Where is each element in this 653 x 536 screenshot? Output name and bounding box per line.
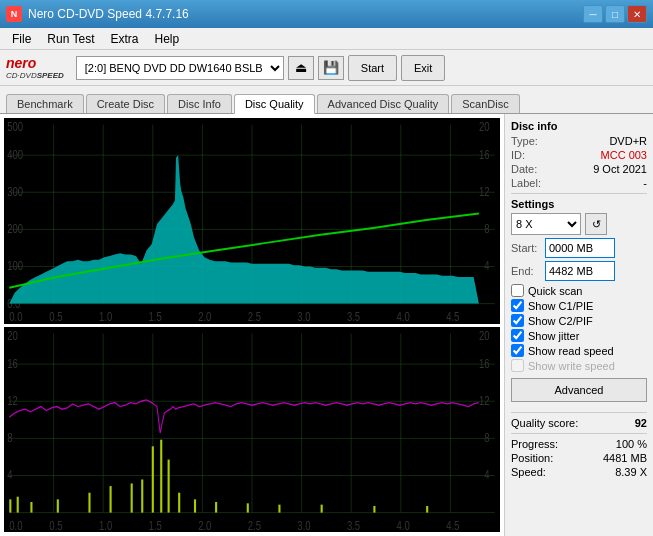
type-value: DVD+R	[609, 135, 647, 147]
disc-info-title: Disc info	[511, 120, 647, 132]
tab-scandisc[interactable]: ScanDisc	[451, 94, 519, 113]
menu-run-test[interactable]: Run Test	[39, 30, 102, 48]
top-chart: 500 400 300 200 100 0.0 20 16 12 8 4 0.0…	[4, 118, 500, 324]
svg-text:4: 4	[484, 468, 489, 481]
svg-rect-84	[194, 499, 196, 512]
svg-text:16: 16	[479, 357, 490, 370]
drive-select[interactable]: [2:0] BENQ DVD DD DW1640 BSLB	[76, 56, 284, 80]
tab-disc-quality[interactable]: Disc Quality	[234, 94, 315, 114]
speed-label: Speed:	[511, 466, 546, 478]
svg-text:20: 20	[479, 329, 490, 342]
show-read-speed-checkbox[interactable]	[511, 344, 524, 357]
show-read-speed-row: Show read speed	[511, 344, 647, 357]
svg-rect-88	[321, 504, 323, 512]
tab-benchmark[interactable]: Benchmark	[6, 94, 84, 113]
show-c2pif-checkbox[interactable]	[511, 314, 524, 327]
refresh-button[interactable]: ↺	[585, 213, 607, 235]
end-label: End:	[511, 265, 541, 277]
svg-text:2.0: 2.0	[198, 310, 211, 323]
svg-text:1.5: 1.5	[149, 310, 162, 323]
svg-text:8: 8	[484, 222, 489, 235]
show-c1pie-checkbox[interactable]	[511, 299, 524, 312]
menu-extra[interactable]: Extra	[102, 30, 146, 48]
minimize-button[interactable]: ─	[583, 5, 603, 23]
speed-row-2: Speed: 8.39 X	[511, 466, 647, 478]
type-label: Type:	[511, 135, 538, 147]
start-button[interactable]: Start	[348, 55, 397, 81]
position-row: Position: 4481 MB	[511, 452, 647, 464]
show-c1pie-label: Show C1/PIE	[528, 300, 593, 312]
quick-scan-row: Quick scan	[511, 284, 647, 297]
svg-rect-90	[426, 505, 428, 512]
main-content: 500 400 300 200 100 0.0 20 16 12 8 4 0.0…	[0, 114, 653, 536]
quick-scan-label: Quick scan	[528, 285, 582, 297]
disc-date-row: Date: 9 Oct 2021	[511, 163, 647, 175]
maximize-button[interactable]: □	[605, 5, 625, 23]
svg-text:300: 300	[7, 185, 23, 198]
progress-row: Progress: 100 %	[511, 438, 647, 450]
svg-text:2.0: 2.0	[198, 518, 211, 531]
speed-select[interactable]: 8 X	[511, 213, 581, 235]
menu-help[interactable]: Help	[147, 30, 188, 48]
end-input[interactable]	[545, 261, 615, 281]
titlebar-title: Nero CD-DVD Speed 4.7.7.16	[28, 7, 189, 21]
svg-rect-75	[57, 499, 59, 512]
divider-3	[511, 433, 647, 434]
svg-text:1.5: 1.5	[149, 518, 162, 531]
show-jitter-checkbox[interactable]	[511, 329, 524, 342]
chart-panel: 500 400 300 200 100 0.0 20 16 12 8 4 0.0…	[0, 114, 505, 536]
exit-button[interactable]: Exit	[401, 55, 445, 81]
show-c1pie-row: Show C1/PIE	[511, 299, 647, 312]
tab-disc-info[interactable]: Disc Info	[167, 94, 232, 113]
svg-text:4: 4	[7, 468, 12, 481]
nero-logo: nero CD·DVDSPEED	[6, 55, 64, 80]
svg-text:2.5: 2.5	[248, 518, 261, 531]
svg-text:8: 8	[7, 431, 12, 444]
svg-text:12: 12	[479, 394, 490, 407]
settings-title: Settings	[511, 198, 647, 210]
svg-rect-87	[278, 504, 280, 512]
progress-label: Progress:	[511, 438, 558, 450]
svg-rect-76	[88, 492, 90, 512]
bottom-chart: 20 16 12 8 4 20 16 12 8 4 0.0 0.5 1.0 1.…	[4, 327, 500, 533]
svg-text:4.5: 4.5	[446, 518, 459, 531]
titlebar: N Nero CD-DVD Speed 4.7.7.16 ─ □ ✕	[0, 0, 653, 28]
quick-scan-checkbox[interactable]	[511, 284, 524, 297]
svg-text:100: 100	[7, 259, 23, 272]
menubar: File Run Test Extra Help	[0, 28, 653, 50]
titlebar-title-group: N Nero CD-DVD Speed 4.7.7.16	[6, 6, 189, 22]
show-write-speed-row: Show write speed	[511, 359, 647, 372]
svg-rect-86	[247, 503, 249, 512]
svg-text:400: 400	[7, 148, 23, 161]
date-value: 9 Oct 2021	[593, 163, 647, 175]
svg-rect-89	[373, 505, 375, 512]
svg-text:4.0: 4.0	[397, 310, 410, 323]
svg-text:12: 12	[7, 394, 18, 407]
tab-advanced-disc-quality[interactable]: Advanced Disc Quality	[317, 94, 450, 113]
svg-text:3.5: 3.5	[347, 310, 360, 323]
date-label: Date:	[511, 163, 537, 175]
start-input[interactable]	[545, 238, 615, 258]
toolbar: nero CD·DVDSPEED [2:0] BENQ DVD DD DW164…	[0, 50, 653, 86]
svg-text:16: 16	[7, 357, 18, 370]
disc-type-row: Type: DVD+R	[511, 135, 647, 147]
speed-row: 8 X ↺	[511, 213, 647, 235]
menu-file[interactable]: File	[4, 30, 39, 48]
disc-id-row: ID: MCC 003	[511, 149, 647, 161]
window-controls: ─ □ ✕	[583, 5, 647, 23]
divider-1	[511, 193, 647, 194]
close-button[interactable]: ✕	[627, 5, 647, 23]
tab-create-disc[interactable]: Create Disc	[86, 94, 165, 113]
label-label: Label:	[511, 177, 541, 189]
end-row: End:	[511, 261, 647, 281]
advanced-button[interactable]: Advanced	[511, 378, 647, 402]
eject-button[interactable]: ⏏	[288, 56, 314, 80]
svg-rect-72	[9, 499, 11, 512]
quality-score: 92	[635, 417, 647, 429]
svg-text:16: 16	[479, 148, 490, 161]
svg-rect-73	[17, 496, 19, 512]
save-button[interactable]: 💾	[318, 56, 344, 80]
progress-value: 100 %	[616, 438, 647, 450]
label-value: -	[643, 177, 647, 189]
disc-label-row: Label: -	[511, 177, 647, 189]
